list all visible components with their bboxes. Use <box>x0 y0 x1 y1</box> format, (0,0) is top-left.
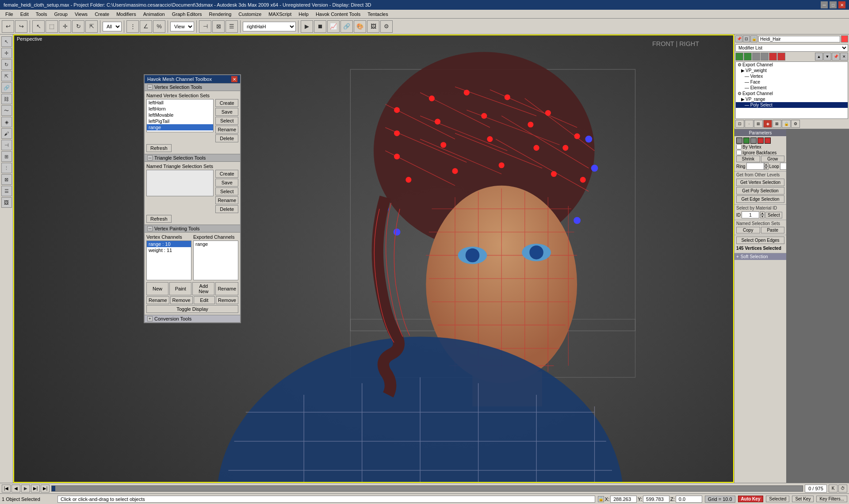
so-btn7[interactable]: ⚙ <box>791 120 800 128</box>
soft-selection-header[interactable]: + Soft Selection <box>734 253 786 260</box>
tree-vertex[interactable]: — Vertex <box>736 73 848 79</box>
menu-havok[interactable]: Havok Content Tools <box>312 11 364 18</box>
tree-export-channel-1[interactable]: ⚙ Export Channel <box>736 62 848 68</box>
go-start-btn[interactable]: |◀ <box>2 485 11 493</box>
by-vertex-checkbox[interactable] <box>736 144 742 149</box>
delete-tri-btn[interactable]: Delete <box>215 205 238 213</box>
modifier-list-select[interactable]: Modifier List <box>735 44 848 52</box>
color-btn-grey[interactable] <box>736 137 742 144</box>
create-tri-btn[interactable]: Create <box>215 170 238 178</box>
material-btn[interactable]: 🎨 <box>354 20 366 33</box>
mod-green1[interactable] <box>735 53 743 61</box>
listbox-item-leftPigTail[interactable]: leftPigTail <box>147 118 213 124</box>
rename-tri-btn[interactable]: Rename <box>215 196 238 204</box>
viewport-area[interactable]: Perspective <box>13 34 734 483</box>
remove-vc-btn[interactable]: Remove <box>170 296 193 304</box>
lt-select[interactable]: ↖ <box>1 36 12 47</box>
anim-slider[interactable] <box>52 486 55 491</box>
lt-scale[interactable]: ⇱ <box>1 71 12 81</box>
new-vc-btn[interactable]: New <box>146 282 168 295</box>
rename-ec-btn[interactable]: Rename <box>215 282 238 295</box>
menu-edit[interactable]: Edit <box>17 11 32 18</box>
listbox-item-leftHall[interactable]: leftHall <box>147 99 213 106</box>
mod-arrow-up[interactable]: ▲ <box>815 53 823 61</box>
create-vertex-btn[interactable]: Create <box>215 99 238 107</box>
matid-up[interactable]: ▲ <box>760 211 765 215</box>
angle-snap[interactable]: ∠ <box>140 20 152 33</box>
edit-btn[interactable]: Edit <box>194 296 215 304</box>
ring-spinner[interactable] <box>746 163 764 170</box>
scale-btn[interactable]: ⇱ <box>85 20 98 33</box>
vertex-collapse-btn[interactable]: ─ <box>147 84 153 90</box>
view-select[interactable]: View <box>170 22 194 31</box>
render-setup-btn[interactable]: ⚙ <box>380 20 393 33</box>
listbox-item-leftMovable[interactable]: leftMovable <box>147 112 213 118</box>
mod-grey1[interactable] <box>752 53 760 61</box>
menu-tools[interactable]: Tools <box>32 11 51 18</box>
tree-export-channel-2[interactable]: ⚙ Export Channel <box>736 91 848 96</box>
menu-file[interactable]: File <box>2 11 17 18</box>
mod-delete[interactable]: ✕ <box>840 53 848 61</box>
ring-down[interactable]: ▼ <box>764 166 769 170</box>
grow-btn[interactable]: Grow <box>761 156 785 162</box>
stop-btn[interactable]: ⏹ <box>314 20 326 33</box>
lt-render[interactable]: 🖼 <box>1 197 12 208</box>
delete-vertex-btn[interactable]: Delete <box>215 134 238 142</box>
listbox-item-range[interactable]: range <box>147 124 213 130</box>
channel-weight[interactable]: weight : 11 <box>147 247 191 253</box>
menu-help[interactable]: Help <box>295 11 312 18</box>
menu-modifiers[interactable]: Modifiers <box>113 11 140 18</box>
mod-pin[interactable]: 📌 <box>832 53 840 61</box>
lt-unlink[interactable]: ⛓ <box>1 94 12 104</box>
toggle-display-btn[interactable]: Toggle Display <box>146 305 238 313</box>
lock-icon[interactable]: 🔒 <box>750 35 757 42</box>
color-btn-green[interactable] <box>743 137 750 144</box>
select-region-btn[interactable]: ⬚ <box>46 20 58 33</box>
open-edges-btn[interactable]: Select Open Edges <box>736 237 784 244</box>
menu-maxscript[interactable]: MAXScript <box>265 11 295 18</box>
maximize-btn[interactable]: □ <box>830 1 837 8</box>
move-btn[interactable]: ✛ <box>59 20 71 33</box>
filter-select[interactable]: All <box>103 22 122 31</box>
tree-vp-range[interactable]: ▶ VP_range <box>736 96 848 102</box>
get-poly-sel-btn[interactable]: Get Poly Selection <box>736 187 784 195</box>
listbox-item-rightHorn[interactable]: rightHorn <box>147 130 213 132</box>
tree-poly-select[interactable]: — Poly Select <box>736 102 848 108</box>
pin-icon[interactable]: 📌 <box>735 35 742 42</box>
key-mode-btn[interactable]: K <box>829 485 838 493</box>
get-vertex-sel-btn[interactable]: Get Vertex Selection <box>736 179 784 186</box>
select-vertex-btn[interactable]: Select <box>215 117 238 125</box>
tree-face[interactable]: — Face <box>736 79 848 85</box>
vertex-channel-listbox[interactable]: range : 10 weight : 11 <box>146 241 191 280</box>
schematic-btn[interactable]: 🔗 <box>340 20 353 33</box>
so-btn5[interactable]: ⊠ <box>773 120 781 128</box>
time-config-btn[interactable]: ⏱ <box>838 485 847 493</box>
percent-snap[interactable]: % <box>153 20 165 33</box>
save-tri-btn[interactable]: Save <box>215 179 238 187</box>
mod-red2[interactable] <box>777 53 785 61</box>
menu-tentacles[interactable]: Tentacles <box>364 11 391 18</box>
triangle-listbox[interactable] <box>146 170 214 196</box>
color-btn-grey2[interactable] <box>750 137 757 144</box>
layer-btn[interactable]: ☰ <box>226 20 238 33</box>
rename-vertex-btn[interactable]: Rename <box>215 126 238 134</box>
so-btn3[interactable]: ⊞ <box>754 120 763 128</box>
loop-spinner[interactable] <box>780 163 786 170</box>
conversion-section[interactable]: + Conversion Tools <box>145 315 240 322</box>
mod-red1[interactable] <box>769 53 777 61</box>
align-btn[interactable]: ⊠ <box>212 20 225 33</box>
object-name-input[interactable] <box>758 36 840 42</box>
lt-align[interactable]: ⊠ <box>1 174 12 185</box>
get-edge-sel-btn[interactable]: Get Edge Selection <box>736 195 784 203</box>
key-filters-btn[interactable]: Key Filters... <box>816 496 847 502</box>
exported-channel-listbox[interactable]: range <box>193 241 238 280</box>
lt-paint[interactable]: 🖌 <box>1 128 12 139</box>
menu-views[interactable]: Views <box>71 11 91 18</box>
modifier-tree[interactable]: ⚙ Export Channel ▶ VP_weight — Vertex — … <box>735 61 848 119</box>
color-btn-red1[interactable] <box>757 137 764 144</box>
funnel-icon[interactable]: ⊡ <box>743 35 750 42</box>
mod-grey2[interactable] <box>761 53 769 61</box>
painting-collapse-btn[interactable]: ─ <box>147 226 153 231</box>
frame-counter[interactable] <box>805 485 827 493</box>
select-tri-btn[interactable]: Select <box>215 187 238 195</box>
